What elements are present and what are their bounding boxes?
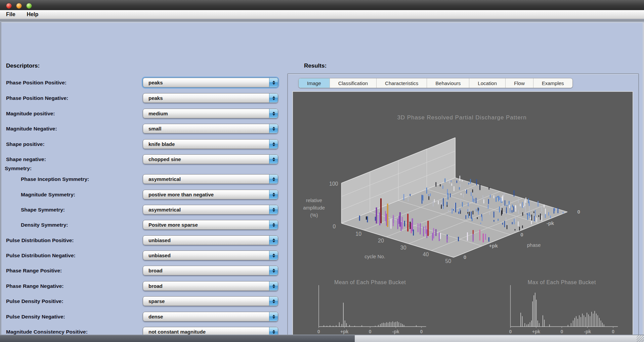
tab-examples[interactable]: Examples	[533, 78, 572, 88]
popup-pulse-density-positive[interactable]: sparse	[143, 296, 278, 306]
menu-help[interactable]: Help	[27, 11, 39, 17]
popup-stepper-icon	[269, 220, 278, 229]
close-button-icon[interactable]	[6, 3, 12, 9]
svg-text:20: 20	[378, 238, 384, 243]
svg-text:0: 0	[464, 254, 466, 260]
popup-stepper-icon	[269, 190, 278, 199]
svg-text:relative: relative	[306, 197, 322, 203]
label-shape-symmetry: Shape Symmetry:	[21, 205, 65, 215]
label-shape-negative: Shape negative:	[6, 154, 46, 164]
symmetry-group-label: Symmetry:	[5, 165, 32, 172]
tab-classification[interactable]: Classification	[330, 78, 376, 88]
pd-image-svg: 3D Phase Resolved Partial Discharge Patt…	[293, 92, 633, 341]
label-phase-range-negative: Phase Range Negative:	[6, 281, 63, 291]
popup-magnitude-positive[interactable]: medium	[143, 109, 278, 118]
popup-shape-negative[interactable]: chopped sine	[143, 154, 278, 164]
svg-text:0: 0	[560, 329, 563, 334]
popup-stepper-icon	[269, 93, 278, 103]
title-bar	[0, 0, 644, 10]
svg-text:+pk: +pk	[340, 329, 349, 334]
svg-text:Mean of Each Phase Bucket: Mean of Each Phase Bucket	[334, 279, 406, 285]
svg-text:100: 100	[329, 181, 338, 187]
status-strip-right	[355, 335, 644, 342]
popup-pulse-density-negative[interactable]: dense	[143, 312, 278, 321]
descriptors-heading: Descriptors:	[6, 63, 40, 69]
svg-text:0: 0	[369, 329, 372, 334]
resize-grip-icon[interactable]	[637, 335, 644, 342]
svg-text:0: 0	[612, 329, 614, 334]
svg-text:0: 0	[317, 329, 320, 334]
svg-text:+pk: +pk	[489, 243, 498, 249]
svg-text:cycle No.: cycle No.	[364, 254, 385, 259]
popup-stepper-icon	[269, 124, 278, 133]
label-pulse-distribution-negative: Pulse Distribution Negative:	[6, 251, 76, 261]
label-magnitude-negative: Magnitude Negative:	[6, 124, 57, 134]
svg-text:50: 50	[445, 258, 451, 264]
svg-text:3D Phase Resolved Partial Disc: 3D Phase Resolved Partial Discharge Patt…	[397, 114, 526, 121]
svg-text:0: 0	[333, 224, 336, 229]
svg-text:0: 0	[420, 329, 423, 334]
svg-text:-pk: -pk	[392, 329, 399, 334]
popup-phase-range-negative[interactable]: broad	[143, 281, 278, 291]
zoom-button-icon[interactable]	[26, 3, 32, 9]
minimize-button-icon[interactable]	[16, 3, 22, 9]
label-density-symmetry: Density Symmetry:	[21, 220, 68, 230]
popup-pulse-distribution-positive[interactable]: unbiased	[143, 235, 278, 245]
status-strip-left	[0, 335, 355, 342]
pd-image-panel: 3D Phase Resolved Partial Discharge Patt…	[292, 91, 633, 342]
popup-pulse-distribution-negative[interactable]: unbiased	[143, 251, 278, 260]
tab-image[interactable]: Image	[299, 78, 330, 88]
svg-text:0: 0	[520, 232, 523, 237]
popup-stepper-icon	[269, 312, 278, 321]
label-pulse-density-positive: Pulse Density Positive:	[6, 296, 63, 306]
popup-phase-inception-symmetry[interactable]: asymmetrical	[143, 174, 278, 184]
popup-stepper-icon	[269, 236, 278, 245]
svg-text:Max of Each Phase Bucket: Max of Each Phase Bucket	[528, 279, 596, 285]
popup-stepper-icon	[269, 140, 278, 149]
label-shape-positive: Shape positive:	[6, 139, 45, 149]
popup-stepper-icon	[269, 281, 278, 291]
popup-stepper-icon	[269, 155, 278, 164]
svg-text:10: 10	[355, 231, 361, 237]
label-phase-range-positive: Phase Range Positive:	[6, 266, 62, 276]
svg-text:+pk: +pk	[532, 329, 541, 334]
tab-characteristics[interactable]: Characteristics	[376, 78, 427, 88]
popup-stepper-icon	[269, 251, 278, 260]
popup-density-symmetry[interactable]: Positve more sparse	[143, 220, 278, 230]
tab-flow[interactable]: Flow	[505, 78, 533, 88]
popup-phase-position-positive[interactable]: peaks	[143, 78, 278, 87]
popup-phase-range-positive[interactable]: broad	[143, 266, 278, 275]
popup-magnitude-symmetry[interactable]: postive more than negative	[143, 190, 278, 199]
menu-file[interactable]: File	[6, 11, 15, 17]
svg-text:-pk: -pk	[584, 329, 591, 334]
label-pulse-density-negative: Pulse Density Negative:	[6, 312, 65, 322]
svg-text:0: 0	[509, 329, 512, 334]
label-phase-position-negative: Phase Position Negative:	[6, 93, 68, 103]
tab-behaviours[interactable]: Behaviours	[427, 78, 469, 88]
svg-text:phase: phase	[527, 242, 541, 248]
label-phase-inception-symmetry: Phase Inception Symmetry:	[21, 174, 89, 184]
status-strip	[0, 335, 644, 342]
popup-stepper-icon	[269, 297, 278, 306]
main-content: Descriptors: Phase Position Positive: pe…	[0, 22, 644, 335]
popup-shape-symmetry[interactable]: asymmetrical	[143, 205, 278, 215]
popup-shape-positive[interactable]: knife blade	[143, 139, 278, 149]
svg-text:30: 30	[400, 245, 406, 251]
popup-stepper-icon	[269, 109, 278, 118]
popup-magnitude-negative[interactable]: small	[143, 124, 278, 134]
popup-phase-position-negative[interactable]: peaks	[143, 93, 278, 103]
label-magnitude-symmetry: Magnitude Symmetry:	[21, 190, 75, 200]
svg-text:amplitude: amplitude	[303, 205, 325, 211]
label-pulse-distribution-positive: Pulse Distribution Positive:	[6, 235, 74, 245]
svg-text:0: 0	[577, 209, 580, 215]
tab-location[interactable]: Location	[469, 78, 505, 88]
results-heading: Results:	[304, 63, 327, 69]
popup-stepper-icon	[269, 266, 278, 275]
menu-bar: File Help	[0, 10, 644, 19]
popup-stepper-icon	[269, 205, 278, 214]
svg-text:-pk: -pk	[547, 220, 554, 226]
menu-divider	[0, 20, 644, 22]
results-tab-bar: Image Classification Characteristics Beh…	[298, 78, 573, 88]
popup-stepper-icon	[269, 78, 278, 87]
label-phase-position-positive: Phase Position Positive:	[6, 78, 67, 88]
